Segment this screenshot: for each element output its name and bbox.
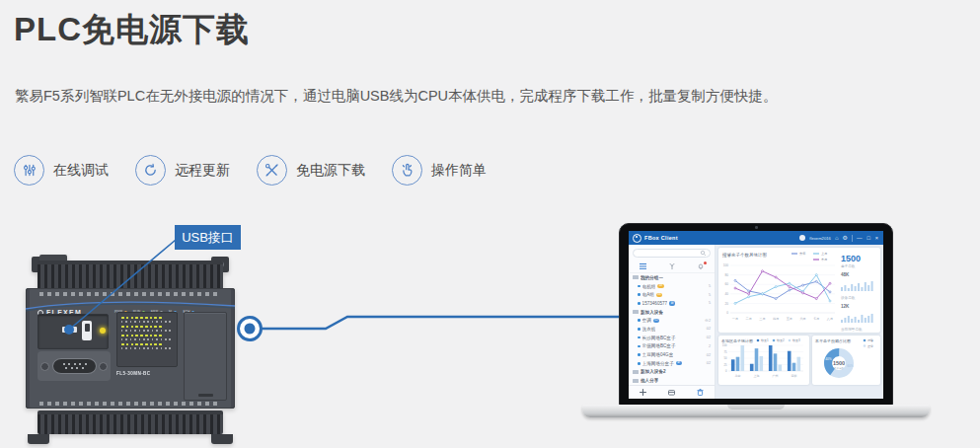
- username[interactable]: flexem2016: [809, 236, 831, 241]
- app-logo-icon: [633, 234, 641, 243]
- device-sidebar: 我的分组一电机组485电A组0651573460577新5新加入设备空调02分2…: [629, 245, 716, 399]
- item-label: 我的分组一: [641, 275, 663, 280]
- sidebar-group[interactable]: 新加入设备: [629, 308, 715, 317]
- alarm-badge: [704, 261, 707, 264]
- item-count: 5: [709, 293, 711, 297]
- power-led: [100, 328, 106, 334]
- trash-icon[interactable]: [696, 388, 705, 397]
- device-dot-icon: [638, 285, 641, 288]
- item-count: 02: [707, 327, 711, 331]
- devices-value: 48K: [841, 272, 878, 277]
- item-count: 2: [709, 344, 711, 348]
- sidebar-device-item[interactable]: 上海网络分盒子新02: [629, 359, 715, 368]
- alarms-label: 当前报警总数: [841, 328, 878, 332]
- svg-text:深圳: 深圳: [792, 374, 797, 378]
- item-badge: 06: [656, 293, 662, 297]
- item-count: 5: [709, 284, 711, 288]
- sidebar-device-item[interactable]: 长沙网络BC盒子02: [629, 334, 715, 342]
- svg-text:五月: 五月: [787, 317, 792, 321]
- tab-device-list[interactable]: [629, 261, 657, 272]
- laptop-base: [582, 405, 930, 417]
- sidebar-device-item[interactable]: 空调02分2: [629, 316, 715, 325]
- usb-port-callout: USB接口: [175, 225, 241, 250]
- user-avatar[interactable]: [799, 235, 805, 241]
- sidebar-device-item[interactable]: 洗衣机02: [629, 325, 715, 334]
- svg-text:报警: 报警: [867, 338, 873, 342]
- expansion-door: [184, 312, 227, 401]
- svg-text:0: 0: [726, 311, 728, 315]
- feature-online-debug: 在线调试: [14, 155, 109, 186]
- sidebar-device-item[interactable]: 常德网络BC盒子2: [629, 342, 715, 351]
- donut-chart: 本年盒子份额占比图40%60%1500盒子总数报警正常: [812, 336, 880, 383]
- device-dot-icon: [638, 362, 641, 365]
- svg-text:盒子总数: 盒子总数: [834, 366, 845, 370]
- stats-column: 1500 盒子总数 48K 设备总数 12K 当前报警总数: [841, 248, 878, 333]
- sidebar-group[interactable]: 我的分组一: [629, 273, 715, 282]
- item-label: 长沙网络BC盒子: [642, 336, 676, 340]
- sidebar-device-item[interactable]: 电A组065: [629, 290, 715, 299]
- total-boxes-value: 1500: [841, 254, 878, 263]
- item-label: 土豆网络04G盒: [642, 352, 674, 357]
- svg-text:100: 100: [723, 263, 729, 267]
- io-label-strip: [39, 402, 221, 406]
- sidebar-group[interactable]: 他人分享: [629, 376, 715, 384]
- svg-text:75: 75: [723, 350, 727, 354]
- feature-label: 在线调试: [53, 162, 109, 180]
- line-chart-card: 报警盒子个数月统计图020406080100一月二月三月四月五月六月七月八月去年…: [718, 248, 880, 333]
- device-dot-icon: [638, 293, 641, 296]
- svg-text:1500: 1500: [833, 360, 845, 366]
- feature-row: 在线调试 远程更新 免电源下载 操作简单: [14, 155, 487, 186]
- item-label: 新加入设备: [641, 310, 663, 315]
- svg-text:四月: 四月: [773, 317, 779, 321]
- sidebar-device-item[interactable]: 土豆网络04G盒02: [629, 350, 715, 359]
- feature-label: 远程更新: [175, 162, 230, 180]
- item-label: 洗衣机: [642, 327, 656, 332]
- search-input[interactable]: [633, 249, 711, 258]
- folder-icon: [633, 370, 639, 374]
- tab-monitor[interactable]: [657, 261, 686, 272]
- svg-text:50: 50: [723, 356, 727, 360]
- close-button[interactable]: ×: [875, 235, 879, 241]
- svg-text:六月: 六月: [799, 317, 805, 321]
- maximize-button[interactable]: □: [867, 235, 870, 241]
- device-dot-icon: [638, 336, 641, 339]
- home-icon[interactable]: ⌂: [835, 235, 839, 241]
- refresh-icon: [135, 155, 166, 186]
- gear-icon[interactable]: ⚙: [843, 235, 848, 241]
- svg-text:正常: 正常: [867, 344, 873, 348]
- sidebar-device-item[interactable]: 电机组485: [629, 282, 715, 291]
- devices-sparkline: [841, 279, 874, 291]
- svg-text:数量3: 数量3: [792, 338, 800, 342]
- item-badge: 新: [669, 301, 675, 305]
- page-description: 繁易F5系列智联PLC在无外接电源的情况下，通过电脑USB线为CPU本体供电，完…: [15, 87, 778, 106]
- tap-icon: [392, 155, 422, 186]
- sidebar-device-item[interactable]: 1573460577新5: [629, 299, 715, 308]
- svg-text:40%: 40%: [825, 357, 832, 361]
- svg-text:60: 60: [724, 282, 728, 286]
- webcam-icon: [755, 226, 758, 229]
- item-label: 1573460577: [642, 301, 668, 306]
- usb-panel: [38, 314, 109, 349]
- svg-text:0: 0: [725, 369, 727, 373]
- device-tree: 我的分组一电机组485电A组0651573460577新5新加入设备空调02分2…: [629, 273, 715, 384]
- device-dot-icon: [638, 353, 641, 356]
- sidebar-group[interactable]: 新加入设备2: [629, 368, 715, 377]
- folder-icon: [633, 379, 639, 383]
- svg-text:数量2: 数量2: [777, 338, 785, 342]
- device-dot-icon: [638, 328, 641, 331]
- tab-alarms[interactable]: [686, 261, 715, 272]
- svg-text:报警盒子个数月统计图: 报警盒子个数月统计图: [721, 252, 767, 258]
- io-label-strip: [39, 292, 221, 296]
- device-box-icon[interactable]: [667, 388, 676, 397]
- add-device-icon[interactable]: [639, 388, 647, 397]
- device-dot-icon: [638, 345, 641, 348]
- minimize-button[interactable]: —: [857, 235, 864, 241]
- item-label: 电A组: [642, 292, 654, 297]
- device-dot-icon: [638, 319, 641, 322]
- search-icon: [700, 250, 707, 257]
- item-label: 他人分享: [641, 378, 658, 383]
- run-stop-switch: [82, 321, 92, 340]
- mounting-foot: [211, 434, 233, 444]
- sidebar-footer: [629, 385, 715, 399]
- item-count: 5: [709, 301, 711, 305]
